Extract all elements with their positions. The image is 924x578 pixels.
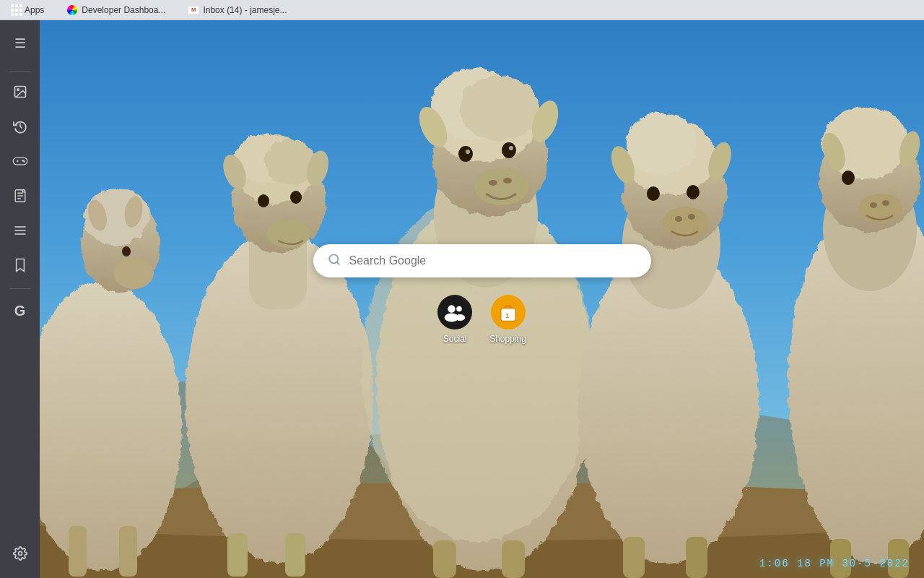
- search-bar[interactable]: [313, 244, 651, 277]
- images-icon: [13, 85, 27, 103]
- sidebar-item-settings[interactable]: [6, 540, 35, 569]
- svg-point-82: [882, 200, 889, 206]
- svg-text:1: 1: [505, 311, 509, 319]
- svg-point-5: [22, 160, 22, 160]
- tab-developer-label: Developer Dashboa...: [82, 5, 165, 15]
- bookmarks-icon: [14, 258, 26, 276]
- svg-point-54: [509, 146, 513, 150]
- svg-rect-73: [623, 537, 645, 578]
- clock-time: 1:06 18 PM 30-5-2022: [759, 558, 910, 569]
- sidebar-item-images[interactable]: [6, 79, 35, 108]
- main-content: Social 1 Shopping: [40, 20, 924, 578]
- search-container: Social 1 Shopping: [313, 244, 651, 344]
- shortcut-shopping[interactable]: 1 Shopping: [489, 295, 526, 344]
- svg-point-80: [842, 171, 855, 185]
- apps-grid-icon: [12, 5, 22, 15]
- svg-rect-59: [433, 540, 456, 578]
- shortcut-social[interactable]: Social: [437, 295, 472, 344]
- search-input[interactable]: [349, 254, 637, 267]
- svg-point-37: [258, 194, 269, 207]
- sidebar-item-games[interactable]: [6, 148, 35, 177]
- notes-icon: [14, 189, 27, 207]
- sidebar-divider-2: [9, 288, 31, 289]
- sidebar-item-menu[interactable]: ☰: [6, 29, 35, 58]
- svg-point-51: [458, 146, 473, 162]
- chrome-tab-bar: Apps Developer Dashboa... M Inbox (14) -…: [0, 0, 924, 20]
- svg-point-25: [122, 246, 131, 256]
- tab-apps[interactable]: Apps: [6, 0, 50, 20]
- svg-point-67: [647, 186, 660, 201]
- svg-point-57: [489, 180, 497, 186]
- sidebar: ☰: [0, 20, 40, 578]
- svg-point-24: [113, 257, 154, 289]
- svg-line-88: [336, 262, 339, 264]
- sidebar-item-google[interactable]: G: [6, 296, 35, 325]
- list-icon: [13, 224, 27, 241]
- sidebar-item-notes[interactable]: [6, 183, 35, 212]
- sidebar-item-bookmarks[interactable]: [6, 252, 35, 281]
- shopping-icon-wrap: 1: [491, 295, 526, 329]
- history-icon: [13, 119, 27, 137]
- svg-point-90: [456, 306, 462, 312]
- sidebar-divider-1: [9, 71, 31, 72]
- svg-rect-74: [686, 537, 707, 578]
- sidebar-item-list[interactable]: [6, 217, 35, 246]
- games-icon: [12, 155, 28, 171]
- svg-point-58: [503, 178, 512, 184]
- svg-point-49: [458, 74, 538, 139]
- svg-point-71: [675, 216, 682, 222]
- svg-rect-41: [227, 533, 248, 577]
- svg-rect-42: [285, 533, 305, 577]
- svg-rect-2: [13, 158, 27, 165]
- svg-point-1: [17, 88, 18, 90]
- svg-rect-29: [119, 526, 137, 577]
- clock-display: 1:06 18 PM 30-5-2022: [759, 558, 910, 569]
- svg-point-79: [859, 194, 902, 223]
- social-icon-wrap: [437, 295, 472, 329]
- svg-point-6: [23, 160, 24, 161]
- svg-point-72: [688, 214, 695, 220]
- svg-point-66: [663, 207, 709, 238]
- svg-point-52: [502, 142, 516, 158]
- tab-developer[interactable]: Developer Dashboa...: [61, 0, 171, 20]
- svg-rect-28: [69, 526, 87, 577]
- hamburger-icon: ☰: [14, 35, 26, 51]
- tab-inbox[interactable]: M Inbox (14) - jamesje...: [183, 0, 292, 20]
- svg-point-81: [870, 202, 877, 208]
- shortcuts-row: Social 1 Shopping: [437, 295, 526, 344]
- svg-rect-60: [502, 540, 525, 578]
- svg-point-92: [456, 314, 466, 321]
- svg-point-38: [290, 191, 302, 204]
- sidebar-item-history[interactable]: [6, 113, 35, 142]
- google-icon: G: [14, 303, 26, 319]
- background-scene: Social 1 Shopping: [40, 20, 924, 578]
- svg-point-14: [18, 551, 22, 555]
- svg-point-68: [687, 185, 699, 199]
- tab-apps-label: Apps: [25, 5, 44, 15]
- gmail-favicon: M: [188, 5, 199, 15]
- tab-inbox-label: Inbox (14) - jamesje...: [203, 5, 287, 15]
- settings-icon: [13, 546, 27, 564]
- svg-point-89: [448, 305, 456, 313]
- shopping-label: Shopping: [489, 334, 526, 344]
- svg-point-65: [624, 113, 697, 173]
- svg-point-53: [466, 150, 470, 154]
- social-label: Social: [443, 334, 467, 344]
- developer-favicon: [67, 5, 77, 15]
- svg-point-35: [263, 138, 314, 184]
- search-icon: [328, 253, 341, 269]
